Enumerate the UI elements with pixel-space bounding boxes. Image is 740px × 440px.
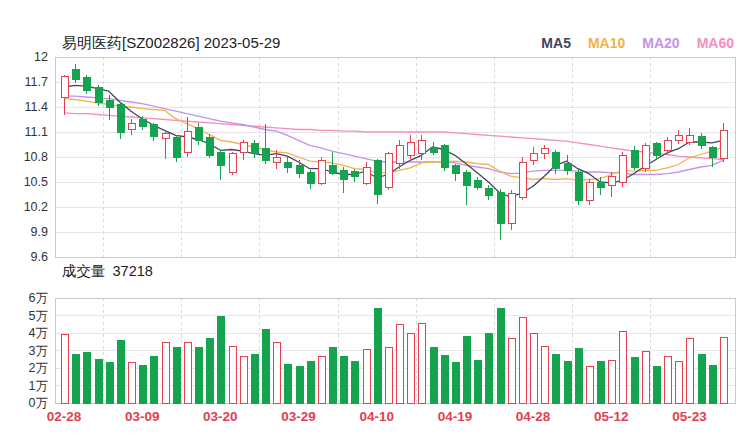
- date-label: 03-09: [125, 409, 160, 424]
- candle-down: [173, 137, 180, 158]
- candle-down: [564, 164, 571, 171]
- volume-tick-label: 0万: [29, 396, 48, 410]
- volume-bar-down: [251, 354, 258, 403]
- candle-up: [318, 160, 325, 183]
- volume-bar-up: [318, 357, 325, 403]
- volume-bar-down: [340, 357, 347, 403]
- price-tick-label: 9.6: [31, 250, 48, 264]
- candle-down: [485, 189, 492, 196]
- volume-bar-down: [106, 363, 113, 403]
- volume-bar-up: [586, 366, 593, 403]
- legend-ma60: MA60: [697, 35, 734, 51]
- candle-up: [541, 149, 548, 154]
- candle-down: [195, 128, 202, 141]
- candlestick-series: [61, 64, 727, 240]
- candle-down: [497, 192, 504, 224]
- candle-up: [675, 135, 682, 140]
- volume-bar-up: [229, 346, 236, 403]
- volume-bar-up: [686, 338, 693, 403]
- volume-tick-label: 4万: [29, 326, 48, 340]
- candle-down: [307, 172, 314, 184]
- x-axis-labels: 02-2803-0903-2003-2904-1004-1904-2805-12…: [47, 409, 708, 424]
- volume-axis-labels: 6万5万4万3万2万1万0万: [29, 291, 48, 410]
- volume-bar-up: [608, 360, 615, 403]
- candle-up: [229, 154, 236, 172]
- price-axis-labels: 1211.711.411.110.810.510.29.99.6: [24, 50, 48, 264]
- candle-up: [128, 124, 135, 130]
- candle-up: [642, 145, 649, 168]
- price-tick-label: 11.1: [25, 125, 48, 139]
- volume-bar-up: [240, 357, 247, 403]
- candle-down: [251, 144, 258, 154]
- volume-bar-up: [619, 331, 626, 403]
- volume-tick-label: 6万: [29, 291, 48, 305]
- volume-bar-up: [642, 351, 649, 403]
- volume-bar-down: [195, 347, 202, 403]
- volume-bar-down: [497, 309, 504, 404]
- candle-up: [664, 140, 671, 150]
- volume-bar-down: [217, 316, 224, 403]
- candle-down: [106, 100, 113, 107]
- candle-down: [95, 87, 102, 103]
- volume-bar-down: [206, 338, 213, 403]
- volume-bar-up: [508, 338, 515, 403]
- volume-tick-label: 2万: [29, 361, 48, 375]
- volume-bar-up: [675, 361, 682, 403]
- volume-bar-down: [597, 362, 604, 403]
- volume-bar-down: [485, 334, 492, 403]
- volume-bar-up: [273, 343, 280, 403]
- candle-down: [709, 148, 716, 157]
- volume-bar-down: [474, 360, 481, 403]
- volume-value: 37218: [113, 263, 153, 279]
- candle-up: [686, 135, 693, 143]
- candle-down: [340, 170, 347, 179]
- kline-chart-svg: 1211.711.411.110.810.510.29.99.66万5万4万3万…: [0, 0, 740, 440]
- volume-bar-up: [418, 323, 425, 403]
- candle-up: [407, 142, 414, 155]
- candle-up: [273, 157, 280, 163]
- volume-bar-down: [709, 365, 716, 403]
- legend-ma20: MA20: [642, 35, 679, 51]
- volume-bar-up: [184, 343, 191, 403]
- stock-chart-page: 1211.711.411.110.810.510.29.99.66万5万4万3万…: [0, 0, 740, 440]
- candle-up: [530, 154, 537, 161]
- volume-bar-down: [452, 363, 459, 403]
- volume-bar-up: [664, 357, 671, 403]
- volume-bar-down: [374, 309, 381, 404]
- volume-bar-up: [363, 350, 370, 403]
- date-label: 03-20: [203, 409, 238, 424]
- volume-bar-down: [95, 359, 102, 403]
- candle-up: [586, 182, 593, 200]
- price-tick-label: 11.7: [25, 75, 48, 89]
- chart-grid: [55, 57, 735, 403]
- volume-bar-down: [329, 348, 336, 403]
- volume-bar-down: [653, 366, 660, 403]
- volume-bar-down: [698, 354, 705, 403]
- volume-header: 成交量37218: [62, 262, 153, 281]
- candle-down: [72, 70, 79, 80]
- volume-bar-down: [150, 357, 157, 403]
- candle-down: [441, 145, 448, 167]
- price-tick-label: 10.2: [24, 200, 48, 214]
- candle-down: [374, 160, 381, 194]
- candle-down: [597, 183, 604, 187]
- volume-bar-down: [564, 361, 571, 403]
- legend-ma5: MA5: [541, 35, 571, 51]
- volume-bar-up: [385, 347, 392, 403]
- volume-bar-up: [541, 346, 548, 403]
- volume-bar-up: [530, 333, 537, 403]
- volume-bar-down: [117, 340, 124, 403]
- candle-down: [653, 144, 660, 156]
- volume-tick-label: 5万: [29, 309, 48, 323]
- price-tick-label: 12: [34, 50, 48, 64]
- volume-bar-down: [575, 349, 582, 403]
- candle-down: [698, 136, 705, 145]
- volume-tick-label: 3万: [29, 344, 48, 358]
- candle-up: [184, 131, 191, 153]
- volume-bar-down: [631, 358, 638, 404]
- candle-down: [329, 165, 336, 173]
- volume-bar-down: [173, 348, 180, 403]
- price-tick-label: 11.4: [25, 100, 48, 114]
- date-label: 02-28: [47, 409, 82, 424]
- ma-legend: MA5 MA10 MA20 MA60: [541, 35, 734, 51]
